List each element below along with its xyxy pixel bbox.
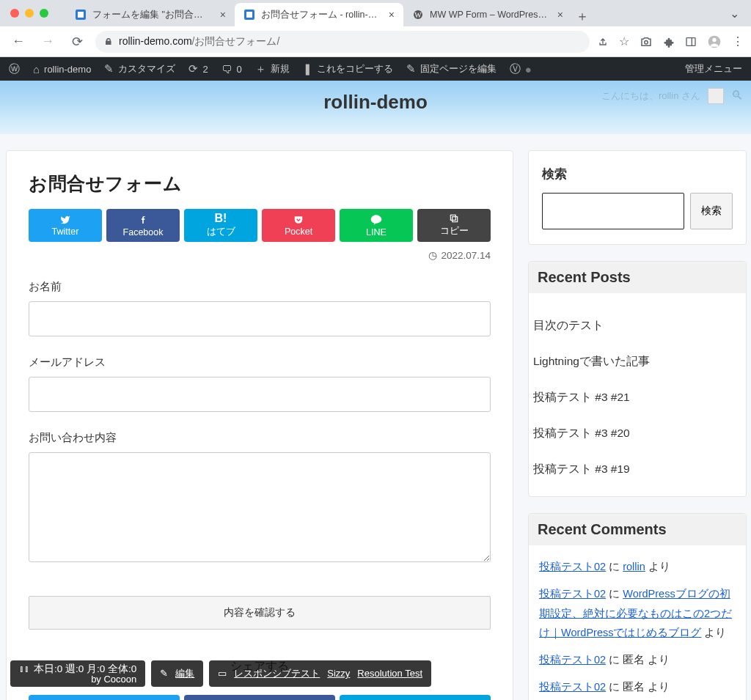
comment-post-link[interactable]: 投稿テスト02: [539, 654, 606, 666]
edit-page-link[interactable]: ✎固定ページを編集: [406, 62, 497, 75]
traffic-lights: [10, 9, 48, 18]
browser-tab-active[interactable]: お問合せフォーム - rollin-demo ×: [235, 3, 403, 26]
share-facebook-button[interactable]: Facebook: [106, 209, 180, 242]
share-twitter-button[interactable]: [29, 695, 180, 700]
name-label: お名前: [29, 280, 491, 294]
profile-icon[interactable]: [707, 34, 722, 49]
search-input[interactable]: [542, 193, 684, 229]
svg-rect-3: [246, 12, 252, 18]
cocoon-footer-bar: ⫾⫾本日:0 週:0 月:0 全体:0 by Cocoon ✎ 編集 ▭ レスポ…: [10, 660, 431, 687]
share-icon[interactable]: [597, 36, 609, 48]
share-hatena-button[interactable]: [340, 695, 491, 700]
favicon-icon: W: [412, 9, 424, 21]
back-button[interactable]: ←: [7, 31, 29, 53]
sizzy-link[interactable]: Sizzy: [327, 668, 350, 679]
forward-button[interactable]: →: [37, 31, 59, 53]
recent-comments-widget: Recent Comments 投稿テスト02 に rollin より投稿テスト…: [528, 513, 747, 700]
favicon-icon: [75, 9, 87, 21]
new-content-link[interactable]: ＋新規: [255, 62, 290, 76]
site-name-link[interactable]: ⌂rollin-demo: [33, 63, 91, 75]
search-icon[interactable]: 🔍︎: [731, 89, 744, 103]
comment-post-link[interactable]: 投稿テスト02: [539, 681, 606, 693]
responsive-pill: ▭ レスポンシブテスト Sizzy Resolution Test: [209, 660, 431, 687]
sidebar: 検索 検索 Recent Posts 目次のテストLightningで書いた記事…: [528, 150, 747, 700]
share-twitter-button[interactable]: Twitter: [29, 209, 102, 242]
search-widget: 検索 検索: [528, 150, 747, 245]
browser-toolbar: ← → ⟳ 🔒︎ rollin-demo.com/お問合せフォーム/ ☆ ⋮: [0, 26, 751, 57]
share-pocket-button[interactable]: Pocket: [262, 209, 335, 242]
email-input[interactable]: [29, 377, 491, 412]
svg-rect-11: [453, 217, 458, 222]
recent-comments-title: Recent Comments: [529, 514, 746, 545]
browser-tabs: フォームを編集 "お問合せフォーム × お問合せフォーム - rollin-de…: [66, 0, 717, 26]
chevron-down-icon[interactable]: ⌄: [730, 7, 739, 21]
camera-icon[interactable]: [640, 35, 653, 48]
share-facebook-button[interactable]: [184, 695, 335, 700]
share-line-button[interactable]: LINE: [340, 209, 413, 242]
entry-title: お問合せフォーム: [29, 172, 491, 196]
svg-rect-1: [78, 12, 84, 18]
avatar[interactable]: [708, 88, 724, 104]
lock-icon: 🔒︎: [104, 37, 113, 47]
pocket-icon: [293, 215, 304, 225]
vk-icon[interactable]: Ⓥ●: [510, 62, 532, 76]
edit-pill[interactable]: ✎ 編集: [151, 660, 203, 687]
recent-comment-item: 投稿テスト02 に rollin より: [539, 557, 736, 577]
address-bar[interactable]: 🔒︎ rollin-demo.com/お問合せフォーム/: [95, 31, 590, 53]
page-body: お問合せフォーム Twitter Facebook B!はてブ Pocket L…: [0, 134, 751, 700]
svg-point-6: [645, 40, 648, 44]
close-window-button[interactable]: [10, 9, 19, 18]
recent-post-item[interactable]: 投稿テスト #3 #21: [529, 380, 746, 416]
comment-author-link[interactable]: rollin: [623, 561, 645, 572]
greeting-text[interactable]: こんにちは、rollin さん: [601, 89, 700, 103]
share-hatena-button[interactable]: B!はてブ: [184, 209, 257, 242]
updates-link[interactable]: ⟳2: [188, 62, 208, 75]
wp-logo[interactable]: ⓦ: [9, 62, 20, 76]
stats-pill[interactable]: ⫾⫾本日:0 週:0 月:0 全体:0 by Cocoon: [10, 660, 145, 687]
window-titlebar: フォームを編集 "お問合せフォーム × お問合せフォーム - rollin-de…: [0, 0, 751, 26]
new-tab-button[interactable]: ＋: [572, 6, 593, 26]
resolution-test-link[interactable]: Resolution Test: [357, 668, 422, 679]
share-copy-button[interactable]: コピー: [417, 209, 491, 242]
recent-post-item[interactable]: 投稿テスト #3 #20: [529, 416, 746, 452]
reload-button[interactable]: ⟳: [66, 31, 88, 53]
minimize-window-button[interactable]: [25, 9, 34, 18]
recent-post-item[interactable]: 投稿テスト #3 #19: [529, 452, 746, 487]
maximize-window-button[interactable]: [40, 9, 48, 18]
tab-title: フォームを編集 "お問合せフォーム: [92, 9, 211, 21]
confirm-button[interactable]: 内容を確認する: [29, 596, 491, 630]
comment-post-link[interactable]: 投稿テスト02: [539, 588, 606, 600]
comments-link[interactable]: 🗨︎0: [221, 63, 242, 75]
site-title[interactable]: rollin-demo: [323, 91, 428, 114]
star-icon[interactable]: ☆: [619, 34, 629, 48]
customize-link[interactable]: ✎カスタマイズ: [104, 62, 175, 75]
recent-posts-widget: Recent Posts 目次のテストLightningで書いた記事投稿テスト …: [528, 261, 747, 497]
twitter-icon: [59, 215, 72, 225]
close-tab-icon[interactable]: ×: [389, 9, 395, 21]
browser-tab[interactable]: W MW WP Form – WordPress プ… ×: [403, 3, 572, 26]
extensions-icon[interactable]: [663, 36, 675, 48]
menu-icon[interactable]: ⋮: [732, 34, 744, 48]
close-tab-icon[interactable]: ×: [557, 9, 563, 21]
name-input[interactable]: [29, 301, 491, 336]
search-button[interactable]: 検索: [690, 193, 733, 229]
svg-text:W: W: [414, 11, 422, 19]
copy-icon: [449, 213, 459, 224]
admin-menu-link[interactable]: 管理メニュー: [685, 62, 742, 75]
sidepanel-icon[interactable]: [685, 36, 697, 48]
entry-date: ◷ 2022.07.14: [29, 249, 491, 261]
recent-post-item[interactable]: 目次のテスト: [529, 308, 746, 344]
close-tab-icon[interactable]: ×: [220, 9, 226, 21]
edit-icon: ✎: [160, 668, 168, 679]
comment-post-link[interactable]: 投稿テスト02: [539, 561, 606, 572]
recent-post-item[interactable]: Lightningで書いた記事: [529, 344, 746, 380]
body-textarea[interactable]: [29, 452, 491, 562]
wp-admin-bar: ⓦ ⌂rollin-demo ✎カスタマイズ ⟳2 🗨︎0 ＋新規 ❚これをコピ…: [0, 57, 751, 81]
site-header: rollin-demo こんにちは、rollin さん 🔍︎: [0, 81, 751, 134]
responsive-test-link[interactable]: レスポンシブテスト: [234, 667, 320, 680]
recent-posts-title: Recent Posts: [529, 262, 746, 293]
recent-comment-item: 投稿テスト02 に WordPressブログの初期設定、絶対に必要なものはこの2…: [539, 584, 736, 643]
copy-link[interactable]: ❚これをコピーする: [303, 62, 393, 75]
tab-title: お問合せフォーム - rollin-demo: [261, 9, 380, 21]
browser-tab[interactable]: フォームを編集 "お問合せフォーム ×: [66, 3, 235, 26]
